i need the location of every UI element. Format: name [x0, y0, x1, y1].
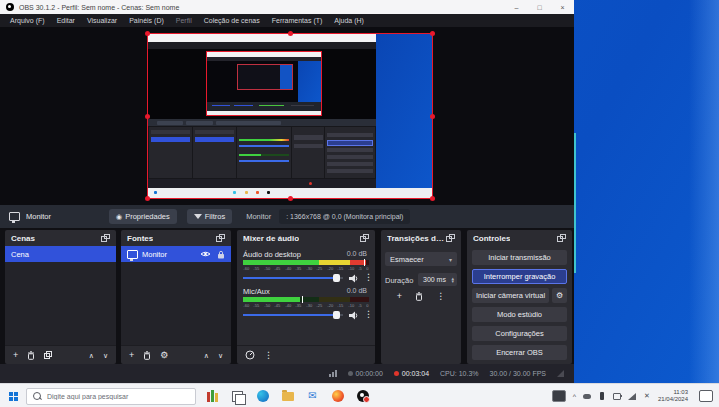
resize-handle-top-left[interactable] — [145, 31, 150, 36]
remove-source-button[interactable] — [143, 351, 151, 360]
advanced-audio-knob-icon[interactable] — [245, 350, 255, 360]
stats-icon[interactable] — [329, 370, 337, 377]
mixer-options-dots[interactable]: ⋮ — [264, 351, 273, 360]
search-input[interactable] — [45, 392, 189, 401]
resize-handle-right[interactable] — [430, 114, 435, 119]
popout-dock-icon[interactable] — [216, 234, 225, 242]
resize-handle-bottom-right[interactable] — [430, 196, 435, 201]
menu-bar: Arquivo (F) Editar Visualizar Painéis (D… — [0, 14, 574, 27]
task-view-icon[interactable] — [231, 390, 244, 403]
speaker-icon[interactable] — [349, 274, 359, 283]
db-tick-label: -5 — [359, 266, 363, 271]
popout-dock-icon[interactable] — [557, 234, 566, 242]
start-streaming-button[interactable]: Iniciar transmissão — [472, 250, 567, 265]
captured-docks — [148, 126, 376, 178]
taskbar-search-box[interactable] — [26, 388, 196, 405]
duration-spinner[interactable]: 300 ms ▴ ▾ — [418, 273, 457, 286]
db-tick-label: -55 — [254, 266, 260, 271]
resize-handle-top-right[interactable] — [430, 31, 435, 36]
menu-item-colecao-de-cenas[interactable]: Coleção de cenas — [198, 17, 266, 24]
resize-handle-bottom[interactable] — [288, 196, 293, 201]
db-tick-label: -10 — [348, 266, 354, 271]
add-transition-button[interactable]: + — [397, 292, 402, 301]
source-properties-gear-button[interactable]: ⚙ — [160, 351, 168, 360]
transitions-title: Transições de... — [387, 234, 446, 243]
spin-down-icon[interactable]: ▾ — [451, 280, 454, 283]
db-tick-label: -45 — [275, 266, 281, 271]
taskbar-clock[interactable]: 11:03 21/04/2024 — [658, 389, 688, 404]
add-source-button[interactable]: + — [129, 351, 134, 360]
virtual-camera-settings-gear[interactable]: ⚙ — [552, 288, 567, 303]
remove-transition-button[interactable] — [415, 292, 423, 301]
filters-button[interactable]: Filtros — [187, 209, 232, 224]
menu-item-arquivo[interactable]: Arquivo (F) — [4, 17, 51, 24]
menu-item-paineis[interactable]: Painéis (D) — [123, 17, 170, 24]
menu-item-editar[interactable]: Editar — [51, 17, 81, 24]
preview-source-monitor[interactable] — [147, 33, 433, 199]
transition-options-dots[interactable]: ⋮ — [436, 292, 445, 301]
visibility-eye-icon[interactable] — [200, 250, 211, 258]
channel-options-dots[interactable]: ⋮ — [364, 273, 373, 282]
start-button[interactable] — [0, 384, 26, 407]
source-move-down-button[interactable]: ∨ — [218, 352, 223, 359]
source-move-up-button[interactable]: ∧ — [204, 352, 209, 359]
stop-recording-button[interactable]: Interromper gravação — [472, 269, 567, 284]
maximize-button[interactable]: □ — [528, 0, 551, 14]
firefox-icon[interactable] — [331, 390, 344, 403]
edge-browser-icon[interactable] — [256, 390, 269, 403]
volume-slider-mic-aux[interactable] — [243, 311, 343, 319]
mail-icon[interactable]: ✉ — [306, 390, 319, 403]
menu-item-ferramentas[interactable]: Ferramentas (T) — [266, 17, 329, 24]
resize-handle-left[interactable] — [145, 114, 150, 119]
popout-dock-icon[interactable] — [360, 234, 369, 242]
properties-button[interactable]: ◉ Propriedades — [109, 209, 177, 224]
db-tick-label: -35 — [296, 303, 302, 308]
window-title: OBS 30.1.2 - Perfil: Sem nome - Cenas: S… — [19, 4, 179, 11]
scene-item[interactable]: Cena — [5, 246, 116, 262]
library-books-icon[interactable] — [206, 390, 219, 403]
stream-timer: 00:00:00 — [348, 370, 383, 377]
resize-grip[interactable] — [557, 370, 564, 377]
menu-item-visualizar[interactable]: Visualizar — [81, 17, 123, 24]
captured-obs-window — [148, 34, 376, 188]
tray-app-icon[interactable] — [552, 390, 566, 402]
menu-item-ajuda[interactable]: Ajuda (H) — [328, 17, 370, 24]
close-button[interactable]: × — [551, 0, 574, 14]
volume-muted-icon[interactable]: ✕ — [643, 392, 651, 400]
settings-button[interactable]: Configurações — [472, 326, 567, 341]
notification-center-icon[interactable] — [699, 390, 713, 402]
scene-move-up-button[interactable]: ∧ — [89, 352, 94, 359]
exit-obs-button[interactable]: Encerrar OBS — [472, 345, 567, 360]
popout-dock-icon[interactable] — [101, 234, 110, 242]
studio-mode-button[interactable]: Modo estúdio — [472, 307, 567, 322]
file-explorer-icon[interactable] — [281, 390, 294, 403]
source-item-monitor[interactable]: Monitor — [121, 246, 231, 262]
onedrive-cloud-icon[interactable] — [583, 392, 591, 400]
remove-scene-button[interactable] — [27, 351, 35, 360]
context-bar: Monitor ◉ Propriedades Filtros Monitor :… — [0, 205, 574, 228]
menu-item-perfil[interactable]: Perfil — [170, 17, 198, 24]
status-bar: 00:00:00 00:03:04 CPU: 10.3% 30.00 / 30.… — [0, 364, 574, 383]
start-virtual-camera-button[interactable]: Iniciar câmera virtual — [472, 288, 549, 303]
phone-link-icon[interactable] — [598, 392, 606, 400]
scenes-title: Cenas — [11, 234, 35, 243]
lock-icon[interactable] — [217, 250, 225, 259]
duplicate-scene-button[interactable] — [44, 351, 52, 359]
scene-move-down-button[interactable]: ∨ — [103, 352, 108, 359]
minimize-button[interactable]: – — [505, 0, 528, 14]
channel-options-dots[interactable]: ⋮ — [364, 310, 373, 319]
add-scene-button[interactable]: + — [13, 351, 18, 360]
db-tick-label: -20 — [327, 266, 333, 271]
monitor-select-dropdown[interactable]: : 1366x768 @ 0,0 (Monitora principal) — [279, 209, 410, 224]
resize-handle-bottom-left[interactable] — [145, 196, 150, 201]
recording-status-dot — [394, 371, 399, 376]
popout-dock-icon[interactable] — [446, 234, 455, 242]
speaker-icon[interactable] — [349, 311, 359, 320]
network-icon[interactable] — [628, 392, 636, 400]
transition-select-dropdown[interactable]: Esmaecer ▾ — [385, 252, 457, 266]
battery-icon[interactable] — [613, 392, 621, 400]
obs-taskbar-icon[interactable] — [356, 390, 369, 403]
volume-slider-desktop-audio[interactable] — [243, 274, 343, 282]
resize-handle-top[interactable] — [288, 31, 293, 36]
hidden-icons-chevron[interactable]: ^ — [573, 393, 576, 400]
